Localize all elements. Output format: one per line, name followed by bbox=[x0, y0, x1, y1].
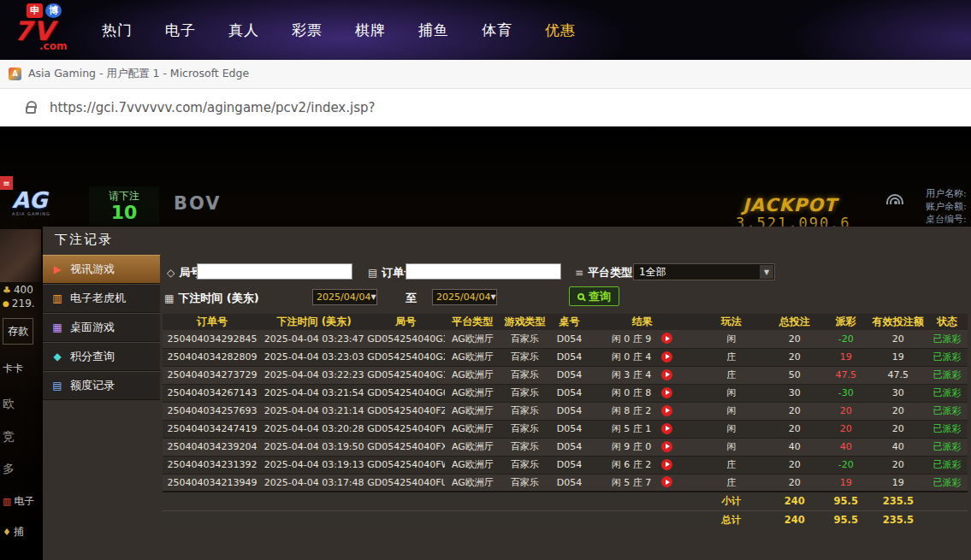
sidebar-item[interactable]: ◆积分查询 bbox=[43, 342, 160, 371]
table-row: 2504040342828092025-04-04 03:23:03GD0542… bbox=[163, 348, 968, 366]
subtotal-row: 小计24095.5235.5 bbox=[163, 492, 968, 510]
bet-records-table: 订单号下注时间 (美东)局号平台类型游戏类型桌号结果玩法总投注派彩有效投注额状态… bbox=[163, 314, 968, 529]
table-row: 2504040342671432025-04-04 03:21:54GD0542… bbox=[163, 384, 968, 402]
grand-total-row: 总计24095.5235.5 bbox=[163, 510, 968, 529]
order-number-input[interactable] bbox=[406, 263, 561, 280]
bet-records-modal: 下注记录 ▶视讯游戏▥电子老虎机▦桌面游戏◆积分查询▤额度记录 ◇ 局号 ▤ 订… bbox=[43, 227, 971, 560]
club-icon: ♣ bbox=[3, 285, 11, 296]
slot-icon: ▥ bbox=[3, 496, 11, 507]
nav-item[interactable]: 棋牌 bbox=[339, 21, 402, 40]
lobby-strip-item: ♣400 bbox=[3, 284, 43, 296]
sidebar-item[interactable]: ▤额度记录 bbox=[43, 371, 160, 400]
table-row: 2504040342474192025-04-04 03:20:28GD0542… bbox=[163, 420, 968, 438]
modal-title: 下注记录 bbox=[55, 232, 113, 248]
url-text[interactable]: https://gci.7vvvvvv.com/agingame/pcv2/in… bbox=[50, 100, 375, 115]
ledger-icon: ▤ bbox=[51, 380, 63, 392]
column-header: 结果 bbox=[589, 314, 695, 330]
lobby-left-strip: ♣400●219.存款卡卡欧竞多▥电子♦捕 bbox=[3, 284, 43, 539]
replay-icon[interactable] bbox=[661, 369, 672, 380]
user-info-label: 账户余额: bbox=[926, 200, 971, 213]
site-favicon: A bbox=[9, 68, 21, 80]
slot-machine-icon: ▥ bbox=[51, 292, 63, 304]
chevron-down-icon bbox=[370, 293, 376, 301]
bet-timer-panel: 请下注 10 bbox=[89, 186, 159, 226]
records-sidebar: ▶视讯游戏▥电子老虎机▦桌面游戏◆积分查询▤额度记录 bbox=[43, 255, 160, 400]
column-header: 派彩 bbox=[822, 314, 870, 330]
sidebar-item[interactable]: ▶视讯游戏 bbox=[43, 255, 160, 284]
replay-icon[interactable] bbox=[661, 476, 672, 487]
tag-icon: ◇ bbox=[167, 267, 175, 279]
sidebar-item[interactable]: ▥电子老虎机 bbox=[43, 284, 160, 313]
date-range-to-label: 至 bbox=[406, 291, 417, 306]
user-info-label: 桌台编号: bbox=[926, 213, 971, 226]
nav-item[interactable]: 体育 bbox=[465, 21, 529, 40]
column-header: 玩法 bbox=[696, 314, 767, 330]
window-title: Asia Gaming - 用户配置 1 - Microsoft Edge bbox=[28, 67, 249, 81]
column-header: 下注时间 (美东) bbox=[262, 314, 366, 330]
search-button[interactable]: 查询 bbox=[569, 286, 619, 306]
replay-icon[interactable] bbox=[661, 423, 672, 434]
wifi-icon bbox=[886, 192, 907, 204]
replay-icon[interactable] bbox=[661, 405, 672, 416]
lobby-strip-item[interactable]: 欧 bbox=[3, 397, 43, 412]
jackpot-label: JACKPOT bbox=[743, 195, 837, 215]
lock-icon[interactable] bbox=[26, 106, 36, 114]
points-icon: ◆ bbox=[51, 351, 63, 363]
nav-item[interactable]: 优惠 bbox=[529, 21, 592, 40]
platform-type-label: ≡ 平台类型 bbox=[575, 265, 632, 280]
user-info-label: 用户名称: bbox=[926, 187, 971, 200]
calendar-icon: ▦ bbox=[164, 292, 174, 304]
table-games-icon: ▦ bbox=[51, 321, 63, 333]
clipboard-icon: ▤ bbox=[368, 267, 377, 279]
lobby-strip-item[interactable]: ▥电子 bbox=[3, 494, 43, 509]
site-logo[interactable]: 申 博 7V .com bbox=[14, 3, 86, 50]
replay-icon[interactable] bbox=[661, 459, 672, 470]
column-header: 有效投注额 bbox=[870, 314, 927, 330]
column-header: 状态 bbox=[927, 314, 968, 330]
table-header-row: 订单号下注时间 (美东)局号平台类型游戏类型桌号结果玩法总投注派彩有效投注额状态 bbox=[163, 314, 968, 330]
studio-sign: BOV bbox=[174, 193, 222, 214]
table-row: 2504040342313922025-04-04 03:19:13GD0542… bbox=[163, 456, 968, 474]
replay-icon[interactable] bbox=[661, 351, 672, 363]
lobby-strip-item[interactable]: 竞 bbox=[3, 429, 43, 445]
video-icon: ▶ bbox=[51, 263, 63, 275]
nav-item[interactable]: 热门 bbox=[86, 21, 149, 40]
lobby-strip-item[interactable]: 卡卡 bbox=[3, 362, 43, 376]
date-from-picker[interactable]: 2025/04/04 bbox=[312, 289, 377, 305]
replay-icon[interactable] bbox=[661, 441, 672, 452]
table-row: 2504040342737292025-04-04 03:22:23GD0542… bbox=[163, 366, 968, 384]
nav-item[interactable]: 捕鱼 bbox=[402, 21, 465, 40]
date-to-picker[interactable]: 2025/04/04 bbox=[432, 289, 497, 305]
lobby-strip-item[interactable]: ♦捕 bbox=[3, 525, 43, 539]
lobby-strip-item: ●219. bbox=[3, 298, 43, 309]
nav-item[interactable]: 电子 bbox=[149, 21, 212, 40]
replay-icon[interactable] bbox=[661, 387, 672, 398]
table-row: 2504040342139492025-04-04 03:17:48GD0542… bbox=[163, 474, 968, 492]
table-row: 2504040342928452025-04-04 03:23:47GD0542… bbox=[163, 330, 968, 348]
address-bar[interactable]: https://gci.7vvvvvv.com/agingame/pcv2/in… bbox=[0, 89, 971, 127]
ag-logo: AG ASIA GAMING bbox=[12, 189, 50, 216]
user-info-panel: 用户名称:账户余额:桌台编号: bbox=[926, 187, 971, 226]
promo-nav-bar: 申 博 7V .com 热门电子真人彩票棋牌捕鱼体育优惠 bbox=[0, 0, 971, 60]
nav-item[interactable]: 彩票 bbox=[275, 21, 339, 40]
logo-suffix: .com bbox=[39, 44, 86, 50]
main-nav: 热门电子真人彩票棋牌捕鱼体育优惠 bbox=[86, 0, 592, 60]
bet-timer: 10 bbox=[89, 203, 159, 222]
sidebar-item[interactable]: ▦桌面游戏 bbox=[43, 313, 160, 342]
lobby-strip-item[interactable]: 存款 bbox=[3, 318, 33, 345]
column-header: 订单号 bbox=[163, 314, 262, 330]
chevron-down-icon[interactable] bbox=[760, 265, 773, 279]
table-row: 2504040342392042025-04-04 03:19:50GD0542… bbox=[163, 438, 968, 456]
bet-time-label: ▦ 下注时间 (美东) bbox=[164, 291, 259, 306]
chevron-down-icon bbox=[490, 293, 495, 301]
dealer-thumbnail bbox=[0, 229, 41, 282]
table-row: 2504040342576932025-04-04 03:21:14GD0542… bbox=[163, 402, 968, 420]
lobby-strip-item[interactable]: 多 bbox=[3, 462, 43, 477]
platform-type-select[interactable]: 1全部 bbox=[633, 263, 775, 280]
nav-item[interactable]: 真人 bbox=[212, 21, 275, 40]
browser-title-bar: A Asia Gaming - 用户配置 1 - Microsoft Edge bbox=[0, 60, 971, 89]
search-icon bbox=[577, 293, 584, 300]
menu-icon[interactable] bbox=[0, 176, 13, 190]
replay-icon[interactable] bbox=[661, 333, 672, 344]
round-number-input[interactable] bbox=[197, 263, 352, 280]
